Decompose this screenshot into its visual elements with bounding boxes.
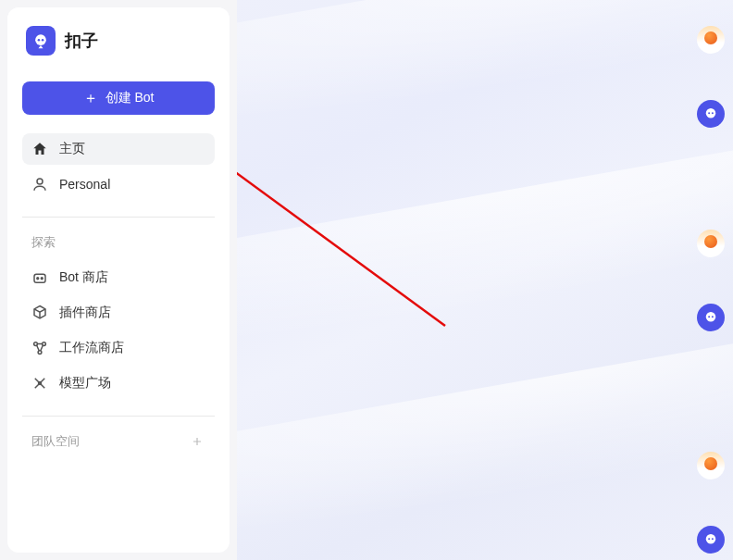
svg-point-10	[39, 382, 42, 385]
svg-point-7	[34, 342, 38, 346]
rail-avatar-balloon[interactable]	[697, 452, 725, 479]
svg-point-6	[41, 278, 43, 280]
home-icon	[31, 141, 48, 157]
svg-point-8	[43, 342, 46, 346]
team-space-section: 团队空间	[22, 429, 215, 454]
rail-avatar-bot[interactable]	[697, 526, 725, 554]
nav-personal-label: Personal	[59, 177, 110, 192]
plugin-store-icon	[31, 305, 48, 321]
nav-home[interactable]: 主页	[22, 133, 215, 165]
svg-point-21	[712, 538, 714, 540]
svg-point-15	[712, 112, 714, 114]
nav-personal[interactable]: Personal	[22, 168, 215, 200]
right-rail	[689, 0, 733, 560]
nav-plugin-store[interactable]: 插件商店	[22, 297, 215, 329]
nav-bot-store[interactable]: Bot 商店	[22, 262, 215, 293]
workflow-store-icon	[31, 340, 48, 356]
svg-point-2	[42, 39, 44, 42]
svg-point-17	[708, 316, 710, 317]
nav-workflow-store-label: 工作流商店	[59, 340, 124, 356]
svg-rect-4	[34, 274, 45, 282]
sidebar: 扣子 ＋ 创建 Bot 主页 Personal 探索 Bot 商店 插件商店	[7, 7, 230, 553]
plus-icon: ＋	[83, 91, 98, 106]
svg-point-18	[712, 316, 714, 317]
team-space-label: 团队空间	[31, 433, 80, 450]
rail-avatar-balloon[interactable]	[697, 230, 725, 257]
create-bot-button[interactable]: ＋ 创建 Bot	[22, 81, 215, 115]
rail-avatar-balloon[interactable]	[697, 26, 725, 54]
svg-point-14	[708, 112, 710, 114]
divider	[22, 416, 215, 417]
brand[interactable]: 扣子	[22, 22, 215, 59]
rail-avatar-bot[interactable]	[697, 100, 725, 128]
brand-logo-icon	[26, 26, 56, 56]
rail-avatar-bot[interactable]	[697, 304, 725, 331]
person-icon	[31, 176, 48, 193]
nav-home-label: 主页	[59, 141, 85, 157]
brand-name: 扣子	[65, 30, 98, 52]
svg-point-0	[35, 34, 46, 45]
nav-bot-store-label: Bot 商店	[59, 269, 108, 286]
svg-point-13	[706, 108, 716, 118]
svg-point-16	[706, 312, 716, 322]
bot-store-icon	[31, 269, 48, 286]
svg-point-19	[706, 534, 716, 544]
nav-workflow-store[interactable]: 工作流商店	[22, 332, 215, 364]
svg-point-5	[37, 278, 39, 280]
team-add-button[interactable]	[189, 433, 205, 450]
svg-point-3	[37, 179, 43, 184]
create-bot-label: 创建 Bot	[106, 90, 155, 106]
nav-model-playground[interactable]: 模型广场	[22, 367, 215, 399]
svg-point-20	[708, 538, 710, 540]
model-playground-icon	[31, 375, 48, 392]
divider	[22, 217, 215, 218]
main-canvas	[237, 0, 733, 560]
nav-plugin-store-label: 插件商店	[59, 305, 111, 321]
svg-point-1	[38, 39, 41, 42]
explore-section-label: 探索	[22, 230, 215, 255]
nav-model-playground-label: 模型广场	[59, 375, 111, 392]
